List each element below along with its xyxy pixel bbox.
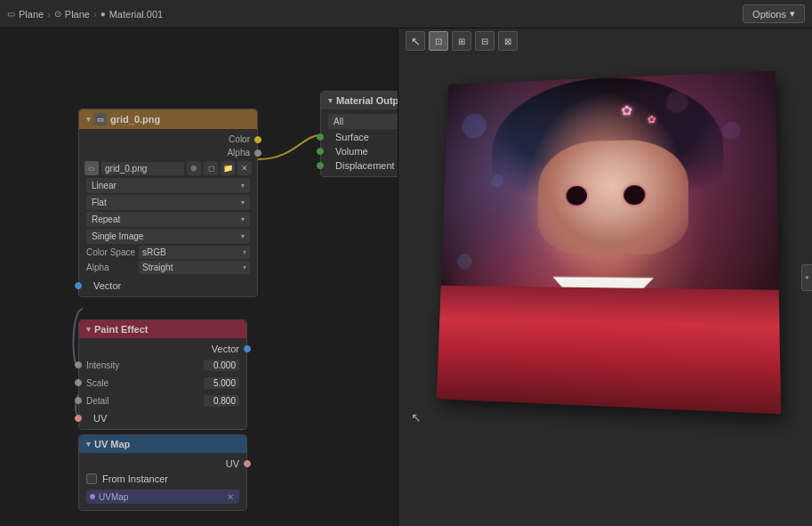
plane-icon-2: ⊙ [54,9,61,19]
texture-copy-button[interactable]: ◻ [204,161,218,175]
uv-map-header[interactable]: ▾ UV Map [79,435,246,453]
color-space-value: sRGB [142,247,166,257]
bokeh-4 [666,90,688,112]
cursor-tool-button[interactable]: ↖ [406,31,425,51]
options-button[interactable]: Options ▾ [743,4,805,23]
translate-tool-button[interactable]: ⊞ [452,31,471,51]
displacement-input-row: Displacement [321,158,398,173]
linear-arrow: ▾ [241,182,245,190]
material-output-title: Material Output [336,95,398,106]
frame-tool-button[interactable]: ⊡ [429,31,448,51]
rotate-tool-button[interactable]: ⊟ [475,31,494,51]
single-image-dropdown[interactable]: Single Image ▾ [86,229,250,244]
paint-vector-socket[interactable] [244,345,251,352]
linear-dropdown[interactable]: Linear ▾ [86,178,250,193]
eyes-area [548,185,664,206]
flat-dropdown[interactable]: Flat ▾ [86,195,250,210]
repeat-value: Repeat [92,214,120,224]
paint-vector-output: Vector [79,342,246,356]
side-panel-toggle[interactable]: ● [801,264,812,291]
texture-type-icon: ▭ [94,113,107,125]
vector-input-row: Vector [79,279,257,293]
vector-label: Vector [93,280,121,291]
paint-collapse-icon[interactable]: ▾ [86,325,91,334]
uv-map-output-label: UV [226,458,239,469]
scale-tool-button[interactable]: ⊠ [498,31,518,51]
volume-input-socket[interactable] [317,148,324,155]
from-instancer-checkbox[interactable] [86,473,97,484]
alpha-output-socket[interactable] [254,150,261,157]
vector-input-socket[interactable] [75,282,82,289]
uv-map-body: UV From Instancer UVMap ✕ [79,453,246,510]
uv-map-output: UV [79,457,246,471]
material-collapse-icon[interactable]: ▾ [328,96,333,105]
texture-node: ▾ ▭ grid_0.png Color Alpha ▭ grid_0.png [78,109,258,297]
texture-node-header[interactable]: ▾ ▭ grid_0.png [79,109,257,129]
color-output-socket[interactable] [254,136,261,143]
paint-effect-body: Vector Intensity 0.000 Scale 5.000 Detai… [79,338,246,429]
texture-collapse-icon[interactable]: ▾ [86,115,91,124]
texture-alpha-label: Alpha [227,148,250,158]
alpha-label: Alpha [86,263,135,272]
material-filter-dropdown[interactable]: All [328,114,398,129]
detail-value[interactable]: 0.800 [204,395,239,407]
uvmap-remove-button[interactable]: ✕ [225,491,236,502]
material-filter-row: All [321,113,398,130]
viewport-cursor: ↖ [411,410,420,419]
paint-effect-header[interactable]: ▾ Paint Effect [79,320,246,338]
flower-ornament-2: ✿ [647,114,656,126]
surface-input-socket[interactable] [317,134,324,141]
breadcrumb-sep-2: › [93,9,97,20]
volume-label: Volume [335,146,368,157]
surface-label: Surface [335,132,369,142]
material-output-body: All Surface Volume Displacement [321,109,398,176]
linear-dropdown-row: Linear ▾ [79,177,257,194]
portrait-bg: ✿ ✿ [437,70,781,414]
main-area: ▾ ▭ grid_0.png Color Alpha ▭ grid_0.png [0,28,812,526]
alpha-dropdown[interactable]: Straight ▾ [139,261,250,274]
displacement-input-socket[interactable] [317,162,324,169]
uv-output-label: UV [93,413,107,424]
uv-map-title: UV Map [94,439,130,449]
scale-value[interactable]: 5.000 [204,377,239,389]
viewport: ↖ ⊡ ⊞ ⊟ ⊠ ✿ ✿ [398,28,812,526]
top-bar: ▭ Plane › ⊙ Plane › ● Material.001 ▸ Opt… [0,0,812,28]
breadcrumb-material: Material.001 [109,9,164,20]
texture-color-output: Color [79,133,257,146]
material-output-node: ▾ Material Output All Surface Volume [320,91,398,177]
single-image-value: Single Image [92,231,143,241]
texture-open-button[interactable]: ⊗ [187,161,201,175]
uv-output-socket[interactable] [75,415,82,422]
single-image-dropdown-row: Single Image ▾ [79,228,257,245]
flat-arrow: ▾ [241,198,245,206]
paint-vector-label: Vector [212,344,239,354]
color-space-dropdown[interactable]: sRGB ▾ [139,246,250,259]
flower-ornament-1: ✿ [621,101,632,118]
texture-remove-button[interactable]: ✕ [237,161,252,175]
viewport-toolbar: ↖ ⊡ ⊞ ⊟ ⊠ [398,28,812,53]
intensity-socket[interactable] [75,361,82,368]
texture-browse-button[interactable]: 📁 [221,161,235,175]
plane-icon-1: ▭ [7,9,15,19]
displacement-label: Displacement [335,160,395,171]
detail-label: Detail [86,396,200,406]
single-image-arrow: ▾ [241,232,245,240]
texture-filename[interactable]: grid_0.png [101,162,184,175]
detail-socket[interactable] [75,397,82,404]
uv-map-output-socket[interactable] [244,460,251,467]
texture-file-row: ▭ grid_0.png ⊗ ◻ 📁 ✕ [79,159,257,177]
material-icon: ● [100,9,106,19]
breadcrumb: ▭ Plane › ⊙ Plane › ● Material.001 [7,9,163,20]
repeat-dropdown[interactable]: Repeat ▾ [86,212,250,227]
intensity-value[interactable]: 0.000 [204,360,239,371]
material-output-header[interactable]: ▾ Material Output [321,92,398,109]
from-instancer-row: From Instancer [79,471,246,487]
texture-alpha-output: Alpha [79,146,257,159]
color-space-label: Color Space [86,247,135,257]
uvmap-dot [90,494,95,499]
uv-collapse-icon[interactable]: ▾ [86,440,91,449]
scale-socket[interactable] [75,379,82,386]
breadcrumb-plane-1: Plane [19,9,44,20]
uv-map-node: ▾ UV Map UV From Instancer UVMap [78,434,247,511]
scale-row: Scale 5.000 [79,374,246,392]
